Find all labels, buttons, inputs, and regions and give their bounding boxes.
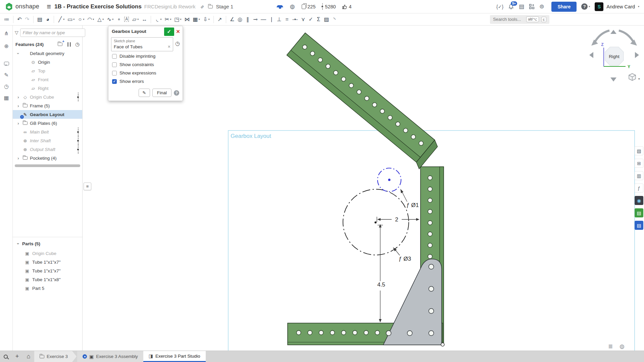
dimension-width2[interactable]: 2 (377, 216, 419, 223)
perpendicular-constraint-icon[interactable]: ⊥ (276, 15, 283, 24)
part-item-part-5-4[interactable]: ▣Part 5 (13, 284, 82, 293)
feature-item-gearbox-layout[interactable]: ✎–Gearbox Layout (13, 110, 82, 119)
tab-search-icon[interactable] (0, 351, 11, 362)
pattern-tool-icon[interactable]: ▦▾ (192, 15, 201, 24)
curvature-comb-icon[interactable]: ◝ (331, 15, 338, 24)
offset-tool-icon[interactable]: ◳▾ (173, 15, 183, 24)
comments-icon[interactable] (3, 60, 10, 67)
fillet-tool-icon[interactable]: ◟▾ (153, 15, 163, 24)
checkbox-disable-imprinting[interactable]: Disable imprinting (108, 52, 183, 60)
copies-stat[interactable]: 225 (302, 4, 315, 9)
copy-properties-icon[interactable]: ▤ (36, 15, 44, 24)
mirror-tool-icon[interactable]: ⋈ (183, 15, 191, 24)
chevron-icon[interactable]: › (16, 242, 21, 246)
sketch-mode-button[interactable]: ✎ (139, 89, 150, 97)
rotate-up-arrow[interactable] (610, 30, 616, 34)
tab-exercise-3-part-studio[interactable]: ◨ Exercise 3 Part Studio (143, 351, 206, 362)
search-tools-input[interactable] (493, 17, 524, 22)
undo-icon[interactable]: ↶ (16, 15, 23, 24)
document-title[interactable]: 1B - Practice Exercise Solutions (54, 3, 142, 10)
sketch-plane-field[interactable]: Sketch plane Face of Tubes × (111, 37, 173, 51)
midpoint-constraint-icon[interactable]: -•- (291, 15, 299, 24)
public-globe-icon[interactable]: ◍ (289, 3, 296, 10)
normal-constraint-icon[interactable]: ✓ (307, 15, 314, 24)
selected-circle-d1[interactable] (378, 168, 401, 192)
parallel-constraint-icon[interactable]: ∥ (244, 15, 251, 24)
feature-item-top[interactable]: ▱Top (13, 66, 82, 75)
feature-list-flyout-button[interactable]: ≡ (84, 183, 91, 190)
feature-item-frame-5[interactable]: ›Frame (5) (13, 101, 82, 110)
pierce-constraint-icon[interactable]: ⋎ (299, 15, 307, 24)
custom-tables-panel-icon[interactable]: ▥ (635, 171, 643, 180)
chevron-icon[interactable]: › (16, 103, 20, 108)
feature-item-default-geometry[interactable]: ›Default geometry (13, 49, 82, 58)
search-tools-box[interactable]: alt/⌥c (490, 15, 549, 24)
versions-icon[interactable]: ⋔ (3, 30, 10, 37)
chevron-icon[interactable]: › (16, 95, 20, 100)
main-menu-icon[interactable]: ≡ (47, 2, 51, 11)
education-icon[interactable] (277, 4, 283, 9)
feature-item-right[interactable]: ▱Right (13, 84, 82, 93)
history-icon[interactable]: ◷ (3, 83, 10, 90)
new-folder-icon[interactable] (57, 41, 63, 47)
rotate-ccw-arrow[interactable] (595, 31, 609, 42)
accept-button[interactable]: ✓ (164, 28, 174, 36)
part-item-tube-1-x1-x8-3[interactable]: ▣Tube 1"x1"x8" (13, 275, 82, 284)
dimension-height45[interactable]: 4.5 (377, 224, 385, 322)
gusset-plate[interactable] (383, 259, 442, 345)
featurescript-panel-icon[interactable]: ƒ (635, 184, 643, 193)
learning-center-icon[interactable]: ▤ (635, 208, 643, 217)
construction-circle-d3[interactable] (343, 189, 409, 255)
feature-item-gb-plates-6[interactable]: ›GB Plates (6) (13, 119, 82, 127)
rotate-cw-arrow[interactable] (619, 31, 634, 42)
horizontal-constraint-icon[interactable]: — (259, 15, 267, 24)
checkbox-show-errors[interactable]: Show errors (108, 77, 183, 86)
learning-assistant-icon[interactable]: ⊚ (539, 3, 544, 10)
rectangle-tool-icon[interactable]: ▭▾ (66, 15, 76, 24)
feature-item-pocketing-4[interactable]: ›Pocketing (4) (13, 154, 82, 162)
sketch-expressions-icon[interactable]: Σ (315, 15, 322, 24)
tab-exercise-3[interactable]: Exercise 3 (34, 351, 77, 362)
polygon-tool-icon[interactable]: △▾ (96, 15, 105, 24)
line-tool-icon[interactable]: ╱▾ (56, 15, 66, 24)
checkbox-show-constraints[interactable]: Show constraints (108, 60, 183, 69)
dimension-diameter1[interactable]: ƒ Ø1 (400, 189, 419, 208)
folder-label[interactable]: Stage 1 (216, 4, 233, 9)
copy-link-icon[interactable]: ∞ (197, 2, 207, 11)
likes-stat[interactable]: 4 (342, 4, 352, 9)
tab-exercise-3-assembly[interactable]: ▣ Exercise 3 Assembly (77, 351, 143, 362)
chevron-icon[interactable]: › (16, 156, 20, 161)
points-stat[interactable]: 5280 (321, 3, 336, 10)
suspend-rebuild-icon[interactable] (67, 42, 71, 47)
arc-tool-icon[interactable]: ◠▾ (86, 15, 95, 24)
follow-mode-icon[interactable]: ⊕ (3, 42, 10, 50)
feature-item-origin-cube[interactable]: ›◇Origin Cube (13, 93, 82, 101)
tube-diagonal[interactable] (285, 33, 440, 169)
share-button[interactable]: Share (551, 2, 577, 12)
tangent-constraint-icon[interactable]: ⊸ (252, 15, 259, 24)
new-tab-button[interactable]: + (11, 351, 23, 362)
redo-icon[interactable]: ↷ (23, 15, 31, 24)
feature-list-toggle-icon[interactable]: ≔ (3, 15, 11, 24)
shaded-view-icon[interactable]: ≣ (608, 343, 613, 350)
feature-item-output-shaft[interactable]: ⊛Output Shaft (13, 145, 82, 154)
feature-item-front[interactable]: ▱Front (13, 75, 82, 84)
fix-constraint-icon[interactable]: ▨ (323, 15, 330, 24)
final-button[interactable]: Final (152, 89, 171, 97)
tables-icon[interactable]: ▦ (3, 94, 10, 101)
rollback-history-icon[interactable]: ◷ (75, 41, 80, 47)
equal-constraint-icon[interactable]: = (283, 15, 291, 24)
text-tool-icon[interactable]: A (123, 15, 130, 24)
notifications-bell-icon[interactable]: 9+ (508, 4, 514, 10)
feature-item-origin[interactable]: ⊙Origin (13, 58, 82, 66)
feature-item-inter-shaft[interactable]: ⊛Inter Shaft (13, 136, 82, 145)
part-item-tube-1-x1-x7-1[interactable]: ▣Tube 1"x1"x7" (13, 258, 82, 266)
rollback-clock-icon[interactable]: ◷ (175, 40, 180, 47)
documentation-icon[interactable]: ▤ (635, 221, 643, 230)
apps-grid-icon[interactable] (529, 4, 535, 9)
feedback-icon[interactable]: ✎ (3, 71, 10, 79)
sketch-endpoint-marker[interactable] (441, 343, 444, 346)
feature-item-main-belt[interactable]: ∞Main Belt (13, 127, 82, 136)
cancel-button[interactable]: × (176, 28, 180, 35)
trim-tool-icon[interactable]: ✂▾ (163, 15, 172, 24)
